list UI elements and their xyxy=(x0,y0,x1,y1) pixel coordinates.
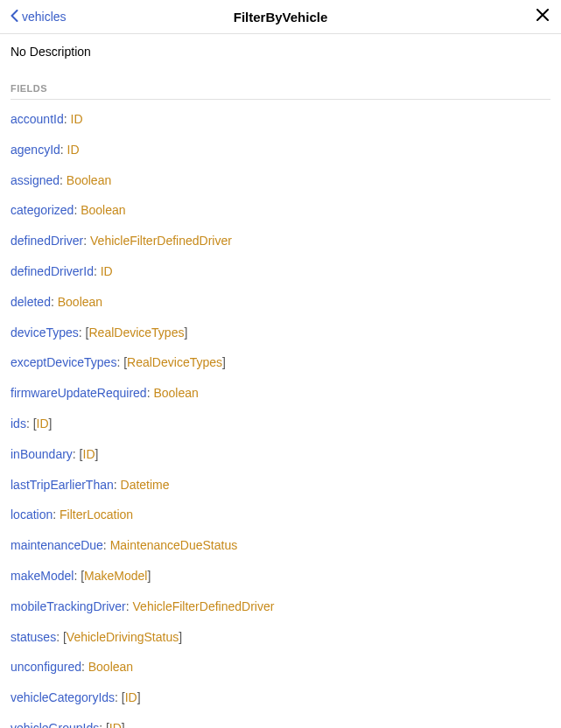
colon-separator: : xyxy=(64,112,71,126)
field-row: accountId: ID xyxy=(11,112,550,127)
field-name-link[interactable]: lastTripEarlierThan xyxy=(11,478,114,492)
field-name-link[interactable]: exceptDeviceTypes xyxy=(11,355,116,369)
field-name-link[interactable]: definedDriver xyxy=(11,234,83,248)
close-bracket: ] xyxy=(95,447,99,461)
colon-separator: : xyxy=(83,234,90,248)
field-type-link[interactable]: VehicleFilterDefinedDriver xyxy=(133,599,275,613)
page-title: FilterByVehicle xyxy=(234,10,328,24)
field-name-link[interactable]: location xyxy=(11,508,53,522)
field-row: lastTripEarlierThan: Datetime xyxy=(11,478,550,493)
colon-separator: : xyxy=(73,447,80,461)
field-name-link[interactable]: statuses xyxy=(11,630,56,644)
colon-separator: : xyxy=(74,569,81,583)
field-type-link[interactable]: VehicleDrivingStatus xyxy=(67,630,179,644)
close-bracket: ] xyxy=(49,416,53,430)
colon-separator: : xyxy=(115,690,122,704)
fields-section-label: FIELDS xyxy=(11,83,550,94)
close-bracket: ] xyxy=(184,326,187,340)
field-row: agencyId: ID xyxy=(11,143,550,158)
field-row: deleted: Boolean xyxy=(11,295,550,310)
field-row: definedDriver: VehicleFilterDefinedDrive… xyxy=(11,234,550,248)
field-name-link[interactable]: inBoundary xyxy=(11,447,73,461)
field-name-link[interactable]: ids xyxy=(11,416,26,430)
content-area: No Description FIELDS accountId: IDagenc… xyxy=(0,34,561,728)
field-type-link[interactable]: Boolean xyxy=(88,660,133,674)
back-label: vehicles xyxy=(22,10,67,24)
header: vehicles FilterByVehicle xyxy=(0,0,561,34)
field-type-link[interactable]: ID xyxy=(109,721,122,728)
colon-separator: : xyxy=(94,264,101,278)
colon-separator: : xyxy=(114,478,121,492)
field-type-link[interactable]: ID xyxy=(83,447,95,461)
field-row: unconfigured: Boolean xyxy=(11,660,550,675)
colon-separator: : xyxy=(126,599,133,613)
field-name-link[interactable]: deleted xyxy=(11,295,51,309)
field-name-link[interactable]: categorized xyxy=(11,203,74,217)
close-bracket: ] xyxy=(179,630,182,644)
colon-separator: : xyxy=(103,538,110,552)
colon-separator: : xyxy=(74,203,81,217)
field-name-link[interactable]: vehicleCategoryIds xyxy=(11,690,115,704)
colon-separator: : xyxy=(53,508,60,522)
field-type-link[interactable]: Boolean xyxy=(81,203,125,217)
field-name-link[interactable]: accountId xyxy=(11,112,64,126)
chevron-left-icon xyxy=(11,10,18,24)
field-row: definedDriverId: ID xyxy=(11,264,550,279)
field-row: maintenanceDue: MaintenanceDueStatus xyxy=(11,538,550,553)
field-row: inBoundary: [ID] xyxy=(11,447,550,462)
close-button[interactable] xyxy=(535,9,550,24)
field-type-link[interactable]: VehicleFilterDefinedDriver xyxy=(90,234,232,248)
close-bracket: ] xyxy=(147,569,151,583)
field-row: vehicleCategoryIds: [ID] xyxy=(11,690,550,705)
field-name-link[interactable]: definedDriverId xyxy=(11,264,94,278)
field-type-link[interactable]: MakeModel xyxy=(84,569,147,583)
field-type-link[interactable]: ID xyxy=(67,143,80,157)
field-row: categorized: Boolean xyxy=(11,203,550,218)
field-type-link[interactable]: ID xyxy=(101,264,113,278)
colon-separator: : xyxy=(56,630,63,644)
field-type-link[interactable]: RealDeviceTypes xyxy=(127,355,222,369)
colon-separator: : xyxy=(60,173,67,187)
field-name-link[interactable]: maintenanceDue xyxy=(11,538,103,552)
description-text: No Description xyxy=(11,45,550,59)
field-row: statuses: [VehicleDrivingStatus] xyxy=(11,630,550,645)
field-type-link[interactable]: Datetime xyxy=(121,478,170,492)
field-row: location: FilterLocation xyxy=(11,508,550,522)
field-list: accountId: IDagencyId: IDassigned: Boole… xyxy=(11,112,550,728)
divider xyxy=(11,99,550,100)
close-bracket: ] xyxy=(222,355,226,369)
field-name-link[interactable]: makeModel xyxy=(11,569,74,583)
field-name-link[interactable]: firmwareUpdateRequired xyxy=(11,386,147,400)
colon-separator: : xyxy=(81,660,88,674)
field-type-link[interactable]: Boolean xyxy=(153,386,198,400)
field-type-link[interactable]: Boolean xyxy=(58,295,102,309)
field-name-link[interactable]: deviceTypes xyxy=(11,326,79,340)
field-name-link[interactable]: agencyId xyxy=(11,143,60,157)
colon-separator: : xyxy=(26,416,33,430)
colon-separator: : xyxy=(60,143,67,157)
field-row: mobileTrackingDriver: VehicleFilterDefin… xyxy=(11,599,550,614)
field-row: ids: [ID] xyxy=(11,416,550,431)
colon-separator: : xyxy=(79,326,86,340)
field-row: deviceTypes: [RealDeviceTypes] xyxy=(11,326,550,340)
field-name-link[interactable]: unconfigured xyxy=(11,660,81,674)
back-link[interactable]: vehicles xyxy=(11,10,67,24)
field-type-link[interactable]: MaintenanceDueStatus xyxy=(110,538,238,552)
field-row: assigned: Boolean xyxy=(11,173,550,188)
field-row: makeModel: [MakeModel] xyxy=(11,569,550,584)
field-type-link[interactable]: Boolean xyxy=(67,173,111,187)
field-type-link[interactable]: ID xyxy=(125,690,137,704)
field-row: firmwareUpdateRequired: Boolean xyxy=(11,386,550,401)
colon-separator: : xyxy=(99,721,106,728)
close-bracket: ] xyxy=(122,721,125,728)
field-row: exceptDeviceTypes: [RealDeviceTypes] xyxy=(11,355,550,370)
field-name-link[interactable]: mobileTrackingDriver xyxy=(11,599,126,613)
colon-separator: : xyxy=(51,295,58,309)
close-icon xyxy=(536,9,549,24)
field-name-link[interactable]: vehicleGroupIds xyxy=(11,721,99,728)
field-type-link[interactable]: ID xyxy=(71,112,83,126)
field-type-link[interactable]: ID xyxy=(37,416,49,430)
field-name-link[interactable]: assigned xyxy=(11,173,60,187)
field-type-link[interactable]: FilterLocation xyxy=(60,508,133,522)
field-type-link[interactable]: RealDeviceTypes xyxy=(89,326,185,340)
